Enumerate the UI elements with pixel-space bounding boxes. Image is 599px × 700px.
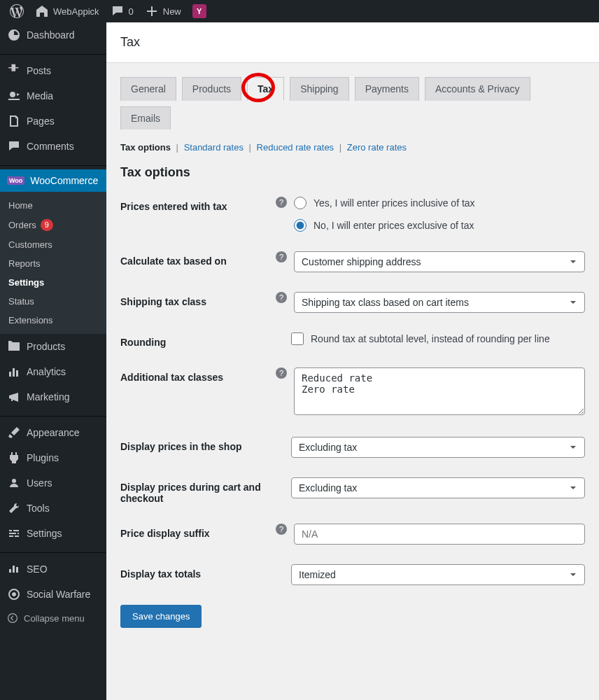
orders-badge: 9 <box>41 219 53 231</box>
products-icon <box>7 340 21 354</box>
label-additional-classes: Additional tax classes <box>120 372 223 383</box>
label-shipping-class: Shipping tax class <box>120 296 206 307</box>
submenu-home[interactable]: Home <box>0 196 106 215</box>
submenu-label: Reports <box>8 258 41 269</box>
sliders-icon <box>7 526 21 540</box>
menu-seo[interactable]: SEO <box>0 556 106 582</box>
menu-label: Settings <box>27 528 62 539</box>
tab-accounts[interactable]: Accounts & Privacy <box>425 77 530 101</box>
select-calculate-based[interactable]: Customer shipping address <box>294 251 585 272</box>
page-title: Tax <box>120 35 585 50</box>
site-name-link[interactable]: WebAppick <box>29 0 105 22</box>
tax-sublinks: Tax options | Standard rates | Reduced r… <box>120 142 585 153</box>
submenu-label: Home <box>8 200 33 211</box>
checkbox-label-rounding[interactable]: Round tax at subtotal level, instead of … <box>311 333 550 344</box>
radio-prices-inclusive[interactable] <box>294 197 306 209</box>
sublink-zero[interactable]: Zero rate rates <box>347 142 407 153</box>
new-link[interactable]: New <box>139 0 187 22</box>
menu-woocommerce[interactable]: Woo WooCommerce <box>0 169 106 192</box>
tab-tax[interactable]: Tax <box>247 77 284 101</box>
menu-comments[interactable]: Comments <box>0 134 106 159</box>
comments-link[interactable]: 0 <box>105 0 139 22</box>
menu-dashboard[interactable]: Dashboard <box>0 22 106 48</box>
menu-label: Appearance <box>27 427 80 438</box>
menu-appearance[interactable]: Appearance <box>0 420 106 445</box>
user-icon <box>7 476 21 490</box>
row-prices-entered: Prices entered with tax ? Yes, I will en… <box>120 197 585 232</box>
menu-pages[interactable]: Pages <box>0 108 106 134</box>
menu-label: Comments <box>27 141 74 152</box>
help-icon[interactable]: ? <box>276 292 287 303</box>
settings-tabs: General Products Tax Shipping Payments A… <box>120 77 585 130</box>
menu-products[interactable]: Products <box>0 334 106 359</box>
select-display-cart[interactable]: Excluding tax <box>291 477 585 498</box>
input-suffix[interactable] <box>294 524 585 545</box>
sublink-standard[interactable]: Standard rates <box>184 142 244 153</box>
row-additional-classes: Additional tax classes ? <box>120 368 585 417</box>
pin-icon <box>7 64 21 78</box>
select-display-shop[interactable]: Excluding tax <box>291 437 585 458</box>
new-label: New <box>163 6 181 17</box>
menu-settings[interactable]: Settings <box>0 521 106 546</box>
content-body: General Products Tax Shipping Payments A… <box>106 63 599 642</box>
menu-analytics[interactable]: Analytics <box>0 359 106 384</box>
radio-label-exclusive[interactable]: No, I will enter prices exclusive of tax <box>313 220 474 231</box>
radio-label-inclusive[interactable]: Yes, I will enter prices inclusive of ta… <box>313 197 475 209</box>
sublink-tax-options[interactable]: Tax options <box>120 142 171 153</box>
label-prices-entered: Prices entered with tax <box>120 201 227 212</box>
menu-marketing[interactable]: Marketing <box>0 384 106 410</box>
sublink-reduced[interactable]: Reduced rate rates <box>257 142 334 153</box>
wordpress-icon <box>10 4 24 18</box>
radio-prices-exclusive[interactable] <box>294 219 306 232</box>
collapse-icon <box>7 612 18 624</box>
menu-posts[interactable]: Posts <box>0 58 106 83</box>
help-icon[interactable]: ? <box>276 524 287 535</box>
submenu-label: Extensions <box>8 315 53 326</box>
analytics-icon <box>7 365 21 379</box>
row-totals: Display tax totals Itemized <box>120 564 585 585</box>
main-content: Tax General Products Tax Shipping Paymen… <box>106 22 599 700</box>
wp-logo[interactable] <box>4 0 29 22</box>
menu-label: Users <box>27 477 52 489</box>
select-shipping-class[interactable]: Shipping tax class based on cart items <box>294 292 585 313</box>
menu-label: Analytics <box>27 366 66 377</box>
textarea-additional-classes[interactable] <box>294 368 585 415</box>
tab-payments[interactable]: Payments <box>355 77 419 101</box>
menu-users[interactable]: Users <box>0 470 106 496</box>
yoast-link[interactable]: Y <box>187 0 212 22</box>
checkbox-rounding[interactable] <box>291 332 304 345</box>
menu-label: Posts <box>27 65 51 76</box>
menu-label: Tools <box>27 503 50 514</box>
tab-general[interactable]: General <box>120 77 176 101</box>
submenu-reports[interactable]: Reports <box>0 254 106 273</box>
plugin-icon <box>7 451 21 465</box>
comment-icon <box>7 139 21 153</box>
tab-shipping[interactable]: Shipping <box>290 77 349 101</box>
tab-products[interactable]: Products <box>182 77 241 101</box>
collapse-menu[interactable]: Collapse menu <box>0 607 106 629</box>
help-icon[interactable]: ? <box>276 368 287 379</box>
admin-bar: WebAppick 0 New Y <box>0 0 599 22</box>
menu-label: Plugins <box>27 452 59 463</box>
help-icon[interactable]: ? <box>276 251 287 262</box>
label-display-shop: Display prices in the shop <box>120 441 242 452</box>
submenu-status[interactable]: Status <box>0 292 106 311</box>
select-totals[interactable]: Itemized <box>291 564 585 585</box>
brush-icon <box>7 426 21 440</box>
submenu-settings[interactable]: Settings <box>0 273 106 292</box>
help-icon[interactable]: ? <box>276 197 287 208</box>
tab-emails[interactable]: Emails <box>120 106 171 130</box>
submenu-customers[interactable]: Customers <box>0 235 106 254</box>
menu-tools[interactable]: Tools <box>0 496 106 521</box>
save-button[interactable]: Save changes <box>120 605 202 628</box>
submenu-extensions[interactable]: Extensions <box>0 311 106 330</box>
menu-plugins[interactable]: Plugins <box>0 445 106 470</box>
submenu-orders[interactable]: Orders 9 <box>0 215 106 235</box>
svg-point-1 <box>8 614 17 623</box>
comments-count: 0 <box>129 6 134 17</box>
menu-media[interactable]: Media <box>0 83 106 108</box>
menu-social-warfare[interactable]: Social Warfare <box>0 582 106 607</box>
submenu-label: Customers <box>8 239 52 250</box>
menu-separator <box>0 550 106 553</box>
home-icon <box>35 4 49 18</box>
